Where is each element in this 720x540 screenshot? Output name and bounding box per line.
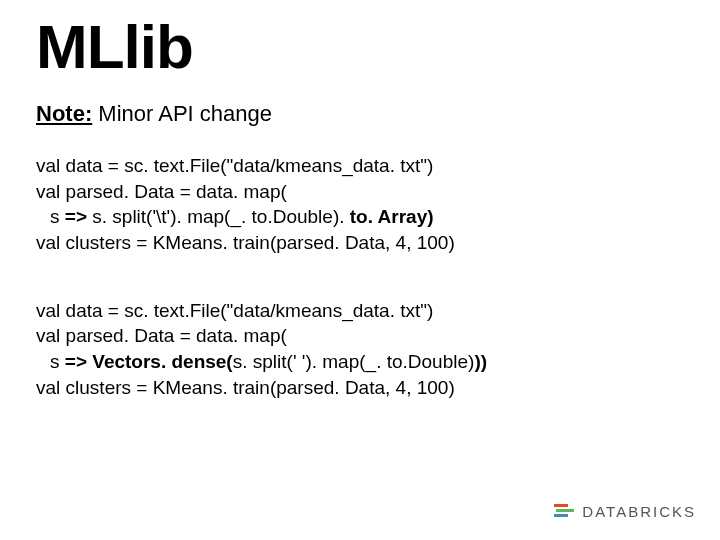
page-title: MLlib (36, 14, 684, 79)
note-line: Note: Minor API change (36, 101, 684, 127)
code-line: val clusters = KMeans. train(parsed. Dat… (36, 375, 684, 401)
databricks-icon (554, 504, 574, 520)
code-block-after: val data = sc. text.File("data/kmeans_da… (36, 298, 684, 401)
databricks-logo: DATABRICKS (554, 503, 696, 520)
code-line: s => Vectors. dense(s. split(' '). map(_… (36, 349, 684, 375)
note-label: Note: (36, 101, 92, 126)
code-line: val data = sc. text.File("data/kmeans_da… (36, 298, 684, 324)
note-text: Minor API change (92, 101, 272, 126)
code-line: val data = sc. text.File("data/kmeans_da… (36, 153, 684, 179)
logo-text: DATABRICKS (582, 503, 696, 520)
code-line: val parsed. Data = data. map( (36, 323, 684, 349)
code-line: val clusters = KMeans. train(parsed. Dat… (36, 230, 684, 256)
code-line: s => s. split('\t'). map(_. to.Double). … (36, 204, 684, 230)
code-block-before: val data = sc. text.File("data/kmeans_da… (36, 153, 684, 256)
code-line: val parsed. Data = data. map( (36, 179, 684, 205)
slide: MLlib Note: Minor API change val data = … (0, 0, 720, 540)
